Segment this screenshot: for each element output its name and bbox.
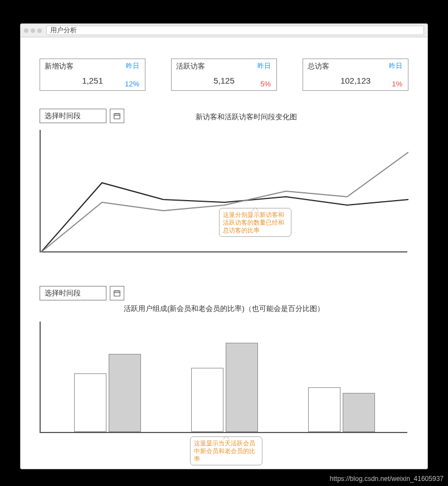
metric-card-active-visitors: 活跃访客 昨日 5,125 5% <box>171 59 277 91</box>
bar <box>308 387 340 432</box>
browser-window: 用户分析 新增访客 昨日 1,251 12% 活跃访客 昨日 5,125 5% … <box>20 23 428 469</box>
card-pct: 1% <box>392 80 402 88</box>
bar-chart-tooltip: 这里显示当天活跃会员中新会员和老会员的比率 <box>190 436 262 465</box>
window-dot[interactable] <box>24 28 28 33</box>
window-titlebar: 用户分析 <box>21 24 427 37</box>
calendar-button[interactable] <box>110 109 124 123</box>
bar <box>74 373 106 432</box>
card-pct: 5% <box>260 80 271 88</box>
bar <box>226 343 258 432</box>
metric-card-new-visitors: 新增访客 昨日 1,251 12% <box>40 59 145 91</box>
window-controls[interactable] <box>24 28 42 33</box>
bar-chart <box>40 322 407 433</box>
bar <box>343 393 375 432</box>
calendar-button[interactable] <box>110 286 124 300</box>
card-value: 102,123 <box>308 76 403 85</box>
calendar-icon <box>113 289 121 297</box>
card-value: 5,125 <box>176 76 272 85</box>
date-range-input[interactable]: 选择时间段 <box>40 109 106 123</box>
metric-card-total-visitors: 总访客 昨日 102,123 1% <box>303 59 408 91</box>
window-dot[interactable] <box>37 28 42 33</box>
date-range-input[interactable]: 选择时间段 <box>40 286 106 300</box>
watermark: https://blog.csdn.net/weixin_41605937 <box>330 475 444 483</box>
line-chart: 这里分别显示新访客和活跃访客的数量已经和总访客的比率 <box>40 130 407 252</box>
card-yesterday-link[interactable]: 昨日 <box>257 61 271 71</box>
bar <box>191 368 223 432</box>
metric-cards-row: 新增访客 昨日 1,251 12% 活跃访客 昨日 5,125 5% 总访客 昨… <box>40 59 408 91</box>
page-content: 新增访客 昨日 1,251 12% 活跃访客 昨日 5,125 5% 总访客 昨… <box>21 37 427 439</box>
card-pct: 12% <box>125 80 139 88</box>
line-chart-tooltip: 这里分别显示新访客和活跃访客的数量已经和总访客的比率 <box>219 208 291 237</box>
svg-rect-4 <box>114 291 120 296</box>
bar-date-selector-row: 选择时间段 <box>40 286 408 300</box>
line-chart-title: 新访客和活跃访客时间段变化图 <box>84 112 408 122</box>
calendar-icon <box>113 112 121 120</box>
window-dot[interactable] <box>31 28 35 33</box>
bar-chart-title: 活跃用户组成(新会员和老会员的比率)（也可能会是百分比图） <box>40 304 408 314</box>
bar <box>109 354 141 432</box>
svg-rect-0 <box>114 114 120 119</box>
url-bar[interactable]: 用户分析 <box>46 26 424 35</box>
card-yesterday-link[interactable]: 昨日 <box>389 61 402 71</box>
bar-chart-area: 这里显示当天活跃会员中新会员和老会员的比率 <box>40 322 408 433</box>
card-yesterday-link[interactable]: 昨日 <box>126 61 139 71</box>
